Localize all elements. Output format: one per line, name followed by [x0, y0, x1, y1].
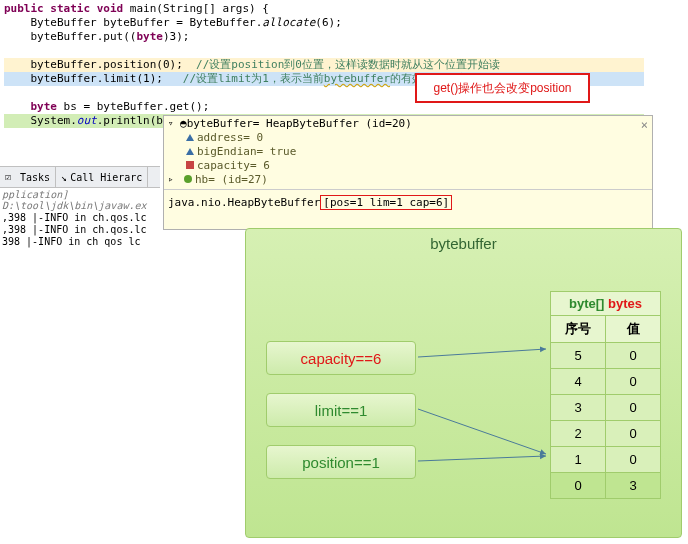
- expand-icon[interactable]: ▹: [168, 174, 176, 184]
- svg-line-1: [418, 349, 546, 357]
- field-icon: [186, 161, 194, 169]
- capacity-label: capacity==6: [266, 341, 416, 375]
- table-row: 30: [551, 395, 661, 421]
- tasks-icon: ☑: [5, 171, 17, 183]
- limit-label: limit==1: [266, 393, 416, 427]
- debug-output-text: java.nio.HeapByteBuffer: [168, 196, 320, 209]
- debug-inspect-popup: × ▿◓ byteBuffer= HeapByteBuffer (id=20) …: [163, 115, 653, 230]
- table-row: 20: [551, 421, 661, 447]
- position-label: position==1: [266, 445, 416, 479]
- table-row: 03: [551, 473, 661, 499]
- col-index: 序号: [551, 316, 606, 343]
- table-header: byte[] bytes: [551, 292, 661, 316]
- field-icon: [186, 148, 194, 155]
- code-line: public static void main(String[] args) {: [4, 2, 688, 16]
- annotation-callout: get()操作也会改变position: [415, 73, 590, 103]
- table-row: 40: [551, 369, 661, 395]
- code-editor: public static void main(String[] args) {…: [0, 0, 688, 128]
- table-row: 10: [551, 447, 661, 473]
- diagram-panel: bytebuffer capacity==6 limit==1 position…: [245, 228, 682, 538]
- field-icon: [184, 175, 192, 183]
- field-icon: [186, 134, 194, 141]
- console-output: ,398 |-INFO in ch.qos.lc ,398 |-INFO in …: [0, 212, 160, 248]
- svg-line-2: [418, 409, 546, 454]
- bytes-table: byte[] bytes 序号值 50 40 30 20 10 03: [550, 291, 661, 499]
- svg-line-3: [418, 456, 546, 461]
- highlighted-output: [pos=1 lim=1 cap=6]: [320, 195, 452, 210]
- expand-icon[interactable]: ▿: [168, 118, 176, 128]
- bottom-tabs: ☑Tasks ↘ Call Hierarc pplication] D:\too…: [0, 166, 160, 226]
- tab-tasks[interactable]: ☑Tasks: [0, 167, 56, 187]
- tab-call-hierarchy[interactable]: ↘ Call Hierarc: [56, 167, 148, 187]
- close-icon[interactable]: ×: [641, 118, 648, 132]
- table-row: 50: [551, 343, 661, 369]
- col-value: 值: [606, 316, 661, 343]
- console-path: pplication] D:\tool\jdk\bin\javaw.ex: [0, 187, 160, 212]
- panel-title: bytebuffer: [246, 229, 681, 262]
